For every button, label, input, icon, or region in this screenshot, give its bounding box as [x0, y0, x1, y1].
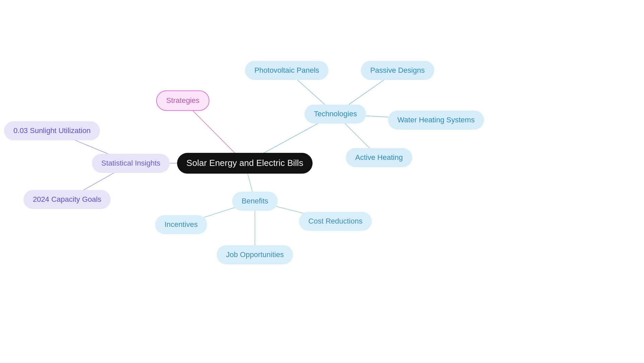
node-sunlight-utilization[interactable]: 0.03 Sunlight Utilization	[4, 121, 100, 140]
node-label-technologies: Technologies	[314, 109, 357, 119]
node-label-benefits: Benefits	[241, 196, 268, 206]
connections-svg	[0, 0, 644, 363]
node-label-strategies: Strategies	[166, 96, 199, 106]
node-label-central: Solar Energy and Electric Bills	[186, 158, 303, 169]
node-label-cost-reductions: Cost Reductions	[308, 217, 362, 226]
node-water-heating[interactable]: Water Heating Systems	[388, 111, 484, 130]
node-label-passive-designs: Passive Designs	[370, 66, 425, 75]
node-strategies[interactable]: Strategies	[156, 90, 209, 111]
node-label-sunlight-utilization: 0.03 Sunlight Utilization	[13, 126, 91, 136]
node-active-heating[interactable]: Active Heating	[346, 148, 412, 167]
node-job-opportunities[interactable]: Job Opportunities	[217, 245, 293, 264]
node-label-capacity-goals: 2024 Capacity Goals	[33, 195, 101, 204]
node-photovoltaic-panels[interactable]: Photovoltaic Panels	[245, 61, 328, 80]
node-cost-reductions[interactable]: Cost Reductions	[299, 212, 372, 231]
node-benefits[interactable]: Benefits	[232, 192, 278, 211]
node-label-statistical-insights: Statistical Insights	[101, 159, 160, 168]
node-label-photovoltaic-panels: Photovoltaic Panels	[254, 66, 319, 75]
node-central[interactable]: Solar Energy and Electric Bills	[177, 153, 313, 174]
node-label-active-heating: Active Heating	[355, 153, 403, 163]
node-label-water-heating: Water Heating Systems	[397, 115, 475, 125]
node-capacity-goals[interactable]: 2024 Capacity Goals	[23, 190, 111, 209]
node-technologies[interactable]: Technologies	[305, 105, 366, 124]
node-label-incentives: Incentives	[164, 220, 198, 230]
node-label-job-opportunities: Job Opportunities	[226, 250, 284, 260]
node-passive-designs[interactable]: Passive Designs	[361, 61, 434, 80]
node-incentives[interactable]: Incentives	[155, 215, 207, 234]
mindmap-container: Solar Energy and Electric BillsStatistic…	[0, 0, 644, 363]
node-statistical-insights[interactable]: Statistical Insights	[92, 154, 170, 173]
